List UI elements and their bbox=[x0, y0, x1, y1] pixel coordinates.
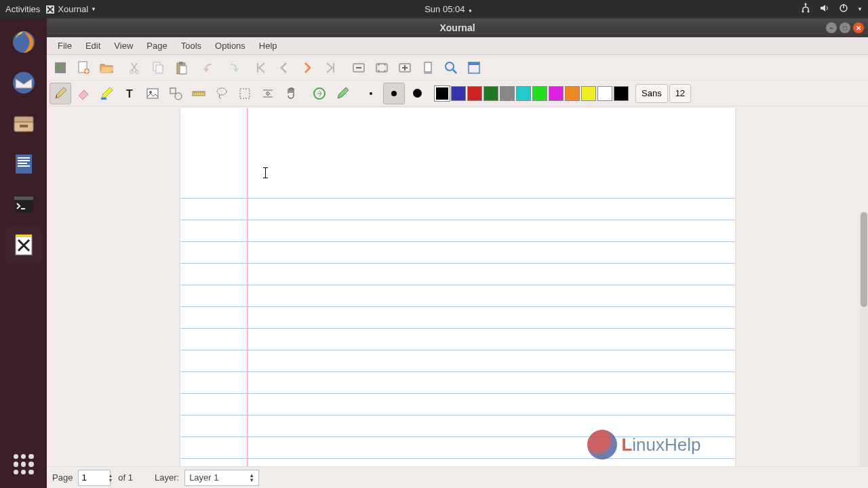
app-menu-label: Xournal bbox=[58, 4, 88, 14]
layer-value: Layer 1 bbox=[189, 472, 218, 483]
toolbar-tools: T Sans 12 bbox=[47, 81, 868, 106]
prev-page-button[interactable] bbox=[273, 57, 295, 79]
pen-button[interactable] bbox=[50, 83, 71, 104]
redo-button[interactable] bbox=[222, 57, 243, 79]
close-button[interactable]: ✕ bbox=[853, 22, 864, 33]
scrollbar-thumb[interactable] bbox=[861, 212, 867, 307]
thickness-medium-button[interactable] bbox=[383, 83, 405, 104]
activities-button[interactable]: Activities bbox=[5, 4, 40, 14]
cut-button[interactable] bbox=[124, 57, 146, 79]
save-button[interactable] bbox=[50, 57, 71, 79]
color-black2[interactable] bbox=[614, 86, 629, 101]
system-menu-chevron-icon[interactable]: ▼ bbox=[857, 6, 863, 12]
last-page-button[interactable] bbox=[319, 57, 341, 79]
color-white[interactable] bbox=[597, 86, 612, 101]
statusbar: Page ▲▼ of 1 Layer: Layer 1 ▲▼ bbox=[47, 466, 868, 488]
thickness-fine-button[interactable] bbox=[360, 83, 382, 104]
dock-files[interactable] bbox=[5, 105, 42, 142]
hand-button[interactable] bbox=[280, 83, 302, 104]
first-page-button[interactable] bbox=[250, 57, 272, 79]
page-number-input[interactable] bbox=[78, 470, 111, 486]
margin-line bbox=[247, 108, 248, 466]
color-yellow[interactable] bbox=[581, 86, 596, 101]
next-page-button[interactable] bbox=[296, 57, 318, 79]
color-magenta[interactable] bbox=[549, 86, 564, 101]
svg-rect-14 bbox=[18, 163, 27, 164]
minimize-button[interactable]: – bbox=[826, 22, 837, 33]
dock-thunderbird[interactable] bbox=[5, 64, 42, 101]
zoom-fit-button[interactable] bbox=[371, 57, 393, 79]
default-tool-button[interactable] bbox=[309, 83, 330, 104]
xournal-icon bbox=[45, 5, 55, 14]
svg-point-47 bbox=[175, 93, 182, 100]
color-green[interactable] bbox=[484, 86, 498, 101]
menu-page[interactable]: Page bbox=[140, 39, 174, 53]
select-rect-button[interactable] bbox=[234, 83, 256, 104]
color-red[interactable] bbox=[467, 86, 482, 101]
menu-options[interactable]: Options bbox=[208, 39, 252, 53]
zoom-tool-button[interactable] bbox=[440, 57, 462, 79]
menu-edit[interactable]: Edit bbox=[79, 39, 107, 53]
dock-xournal[interactable] bbox=[5, 227, 42, 264]
ruler-button[interactable] bbox=[188, 83, 210, 104]
layer-select[interactable]: Layer 1 ▲▼ bbox=[184, 470, 259, 486]
text-button[interactable]: T bbox=[119, 83, 140, 104]
color-lime[interactable] bbox=[532, 86, 547, 101]
svg-line-39 bbox=[453, 70, 456, 73]
page-spinner[interactable]: ▲▼ bbox=[108, 473, 113, 483]
vertical-space-button[interactable] bbox=[257, 83, 279, 104]
svg-rect-44 bbox=[147, 89, 158, 98]
color-black[interactable] bbox=[435, 86, 450, 101]
shapes-button[interactable] bbox=[165, 83, 186, 104]
svg-rect-42 bbox=[101, 98, 106, 100]
network-icon[interactable] bbox=[800, 3, 811, 16]
zoom-out-button[interactable] bbox=[348, 57, 370, 79]
menu-file[interactable]: File bbox=[51, 39, 79, 53]
dock-terminal[interactable] bbox=[5, 186, 42, 223]
dock-writer[interactable] bbox=[5, 146, 42, 182]
clock-dot-icon: ● bbox=[469, 7, 472, 14]
lasso-button[interactable] bbox=[211, 83, 233, 104]
fullscreen-button[interactable] bbox=[463, 57, 485, 79]
font-name: Sans bbox=[642, 88, 662, 98]
toolbar-main bbox=[47, 55, 868, 81]
undo-button[interactable] bbox=[199, 57, 220, 79]
menu-tools[interactable]: Tools bbox=[174, 39, 208, 53]
zoom-in-button[interactable] bbox=[394, 57, 416, 79]
highlighter-button[interactable] bbox=[96, 83, 117, 104]
color-darkblue[interactable] bbox=[451, 86, 466, 101]
menu-view[interactable]: View bbox=[107, 39, 140, 53]
menu-help[interactable]: Help bbox=[252, 39, 284, 53]
default-pen-button[interactable] bbox=[332, 83, 353, 104]
text-cursor-icon bbox=[265, 167, 266, 178]
svg-rect-30 bbox=[180, 66, 186, 74]
svg-rect-37 bbox=[425, 62, 431, 72]
watermark-logo-icon bbox=[587, 430, 617, 460]
svg-text:T: T bbox=[126, 88, 133, 100]
dock-firefox[interactable] bbox=[5, 24, 42, 60]
power-icon[interactable] bbox=[838, 3, 849, 16]
eraser-button[interactable] bbox=[73, 83, 94, 104]
canvas-area[interactable]: LinuxHelp bbox=[47, 106, 868, 466]
copy-button[interactable] bbox=[147, 57, 169, 79]
new-button[interactable] bbox=[73, 57, 94, 79]
paste-button[interactable] bbox=[170, 57, 192, 79]
svg-point-1 bbox=[802, 11, 804, 13]
app-menu[interactable]: Xournal ▼ bbox=[45, 4, 96, 14]
zoom-page-button[interactable] bbox=[417, 57, 439, 79]
color-gray[interactable] bbox=[500, 86, 515, 101]
font-size-input[interactable]: 12 bbox=[669, 84, 691, 103]
color-cyan[interactable] bbox=[516, 86, 531, 101]
maximize-button[interactable]: □ bbox=[840, 22, 850, 33]
clock[interactable]: Sun 05:04 bbox=[425, 4, 465, 14]
volume-icon[interactable] bbox=[819, 3, 830, 16]
color-orange[interactable] bbox=[565, 86, 580, 101]
open-button[interactable] bbox=[96, 57, 117, 79]
ruled-lines bbox=[180, 177, 735, 466]
dock-show-apps[interactable] bbox=[5, 446, 42, 483]
thickness-thick-button[interactable] bbox=[406, 83, 428, 104]
image-button[interactable] bbox=[142, 83, 163, 104]
font-select[interactable]: Sans bbox=[635, 84, 668, 103]
page[interactable]: LinuxHelp bbox=[180, 108, 735, 466]
vertical-scrollbar[interactable] bbox=[860, 212, 868, 466]
